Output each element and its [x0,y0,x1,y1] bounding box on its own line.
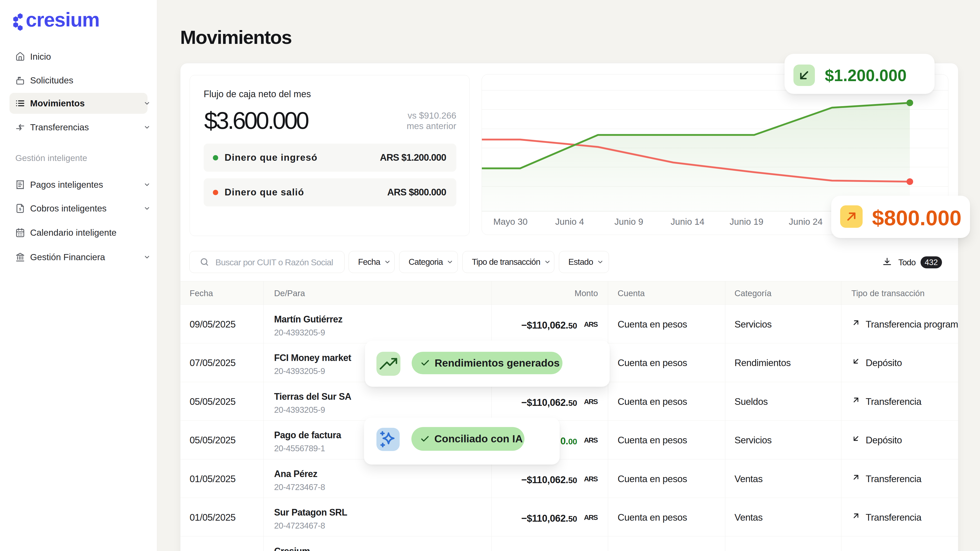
svg-text:$: $ [19,207,21,211]
